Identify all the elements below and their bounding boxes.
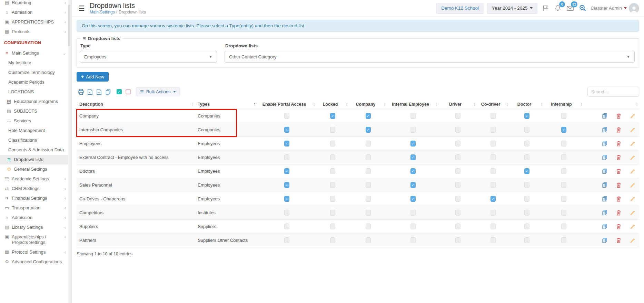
messages-envelope-icon[interactable]: 32 xyxy=(566,4,575,13)
column-header-co-driver[interactable]: Co-driver▲▼ xyxy=(477,102,509,107)
checkbox-unchecked[interactable] xyxy=(561,168,566,174)
duplicate-icon[interactable] xyxy=(602,113,608,119)
checkbox-unchecked[interactable] xyxy=(330,196,335,202)
checkbox-unchecked[interactable] xyxy=(366,210,371,216)
checkbox-unchecked[interactable] xyxy=(524,224,529,229)
duplicate-icon[interactable] xyxy=(602,182,608,188)
sidebar-item-academic-settings[interactable]: ☷Academic Settings‹ xyxy=(0,174,68,184)
checkbox-unchecked[interactable] xyxy=(366,168,371,174)
column-header-driver[interactable]: Driver▲▼ xyxy=(439,102,477,107)
sidebar-item-consents-admission-data[interactable]: Consents & Admission Data xyxy=(0,145,68,155)
checkbox-unchecked[interactable] xyxy=(491,141,496,146)
checkbox-checked[interactable]: ✓ xyxy=(330,113,335,119)
sidebar-item-protocols[interactable]: ▦Protocols‹ xyxy=(0,27,68,37)
sidebar-item-main-settings[interactable]: ≡Main Settings⌄ xyxy=(0,48,68,58)
sidebar-item-subjects[interactable]: ▥SUBJECTS xyxy=(0,106,68,116)
checkbox-unchecked[interactable] xyxy=(410,224,416,229)
delete-icon[interactable] xyxy=(616,141,622,147)
sidebar-item-apprenticeships-projects-settings[interactable]: ▣Apprenticeships / Projects Settings‹ xyxy=(0,232,68,247)
sidebar-item-services[interactable]: ∴Services xyxy=(0,116,68,126)
sort-arrows-icon[interactable]: ▲▼ xyxy=(473,103,476,106)
sidebar-item-admission[interactable]: ⌂Admission‹ xyxy=(0,8,68,17)
checkbox-unchecked[interactable] xyxy=(491,127,496,133)
checkbox-unchecked[interactable] xyxy=(561,113,566,119)
checkbox-unchecked[interactable] xyxy=(491,154,496,160)
delete-icon[interactable] xyxy=(616,210,622,216)
user-menu[interactable]: Classter Admin xyxy=(591,3,639,13)
checkbox-unchecked[interactable] xyxy=(330,141,335,146)
checkbox-checked[interactable]: ✓ xyxy=(284,141,289,146)
duplicate-icon[interactable] xyxy=(602,168,608,174)
sidebar-item-protocol-settings[interactable]: ▦Protocol Settings‹ xyxy=(0,247,68,257)
search-input[interactable] xyxy=(587,87,639,97)
checkbox-unchecked[interactable] xyxy=(330,182,335,188)
checkbox-unchecked[interactable] xyxy=(524,182,529,188)
checkbox-unchecked[interactable] xyxy=(410,210,416,216)
print-icon[interactable] xyxy=(77,88,86,96)
avatar[interactable] xyxy=(629,3,639,13)
sidebar-item-reporting[interactable]: ▤Reporting‹ xyxy=(0,0,68,8)
column-header-internal-employee[interactable]: Internal Employee▲▼ xyxy=(387,102,439,107)
school-button[interactable]: Demo K12 School xyxy=(436,3,484,14)
checkbox-checked[interactable]: ✓ xyxy=(284,182,289,188)
duplicate-icon[interactable] xyxy=(602,224,608,230)
type-select[interactable]: Employees ▼ xyxy=(80,51,217,63)
edit-icon[interactable] xyxy=(630,168,636,174)
sidebar-item-transportation[interactable]: ▭Transportation‹ xyxy=(0,203,68,213)
checkbox-unchecked[interactable] xyxy=(330,210,335,216)
sidebar-item-classifications[interactable]: Classifications xyxy=(0,135,68,145)
checkbox-unchecked[interactable] xyxy=(491,113,496,119)
checkbox-checked[interactable]: ✓ xyxy=(524,113,529,119)
sidebar-item-locations[interactable]: LOCATIONS xyxy=(0,87,68,97)
checkbox-checked[interactable]: ✓ xyxy=(366,127,371,133)
duplicate-icon[interactable] xyxy=(602,196,608,202)
sidebar-item-general-settings[interactable]: ⚙General Settings xyxy=(0,164,68,174)
sort-arrows-icon[interactable]: ▲▼ xyxy=(346,103,348,106)
checkbox-unchecked[interactable] xyxy=(330,154,335,160)
copy-icon[interactable] xyxy=(103,88,112,96)
checkbox-checked[interactable]: ✓ xyxy=(410,154,416,160)
sidebar-item-library-settings[interactable]: ▥Library Settings‹ xyxy=(0,222,68,232)
sort-arrows-icon[interactable]: ▲▼ xyxy=(580,103,583,106)
checkbox-unchecked[interactable] xyxy=(455,113,460,119)
column-header-enable-portal-access[interactable]: Enable Portal Access▲▼ xyxy=(257,102,316,107)
column-header-types[interactable]: Types▲▼ xyxy=(195,102,257,107)
checkbox-unchecked[interactable] xyxy=(410,237,416,243)
checkbox-unchecked[interactable] xyxy=(366,141,371,146)
checkbox-unchecked[interactable] xyxy=(524,237,529,243)
edit-icon[interactable] xyxy=(630,224,636,230)
add-new-button[interactable]: + Add New xyxy=(77,72,109,82)
checkbox-checked[interactable]: ✓ xyxy=(410,168,416,174)
edit-icon[interactable] xyxy=(630,182,636,188)
sidebar-scrollbar[interactable] xyxy=(68,0,71,303)
checkbox-unchecked[interactable] xyxy=(330,237,335,243)
year-selector-button[interactable]: Year 2024 - 2025 xyxy=(487,3,537,14)
checkbox-unchecked[interactable] xyxy=(561,182,566,188)
edit-icon[interactable] xyxy=(630,113,636,119)
delete-icon[interactable] xyxy=(616,127,622,133)
checkbox-unchecked[interactable] xyxy=(455,224,460,229)
column-header-company[interactable]: Company▲▼ xyxy=(349,102,387,107)
checkbox-checked[interactable]: ✓ xyxy=(410,196,416,202)
export-excel-icon[interactable]: x xyxy=(86,88,95,96)
sort-arrows-icon[interactable]: ▲▼ xyxy=(191,103,194,106)
checkbox-checked[interactable]: ✓ xyxy=(524,168,529,174)
checkbox-checked[interactable]: ✓ xyxy=(491,196,496,202)
checkbox-checked[interactable]: ✓ xyxy=(410,141,416,146)
sort-arrows-icon[interactable]: ▲▼ xyxy=(541,103,543,106)
checkbox-unchecked[interactable] xyxy=(491,182,496,188)
checkbox-checked[interactable]: ✓ xyxy=(284,196,289,202)
delete-icon[interactable] xyxy=(616,196,622,202)
checkbox-checked[interactable]: ✓ xyxy=(284,168,289,174)
delete-icon[interactable] xyxy=(616,154,622,161)
checkbox-unchecked[interactable] xyxy=(366,154,371,160)
checkbox-unchecked[interactable] xyxy=(455,196,460,202)
dropdown-lists-select[interactable]: Other Contact Category ▼ xyxy=(225,51,635,63)
checkbox-unchecked[interactable] xyxy=(366,182,371,188)
sidebar-item-apprenticeships[interactable]: ▣APPRENTICESHIPS‹ xyxy=(0,17,68,27)
delete-icon[interactable] xyxy=(616,237,622,244)
sort-arrows-icon[interactable]: ▲▼ xyxy=(254,103,256,106)
sidebar-scrollbar-thumb[interactable] xyxy=(68,5,70,46)
sidebar-item-advanced-configurations[interactable]: ⚙Advanced Configurations xyxy=(0,257,68,267)
notifications-bell-icon[interactable]: 0 xyxy=(553,4,562,13)
